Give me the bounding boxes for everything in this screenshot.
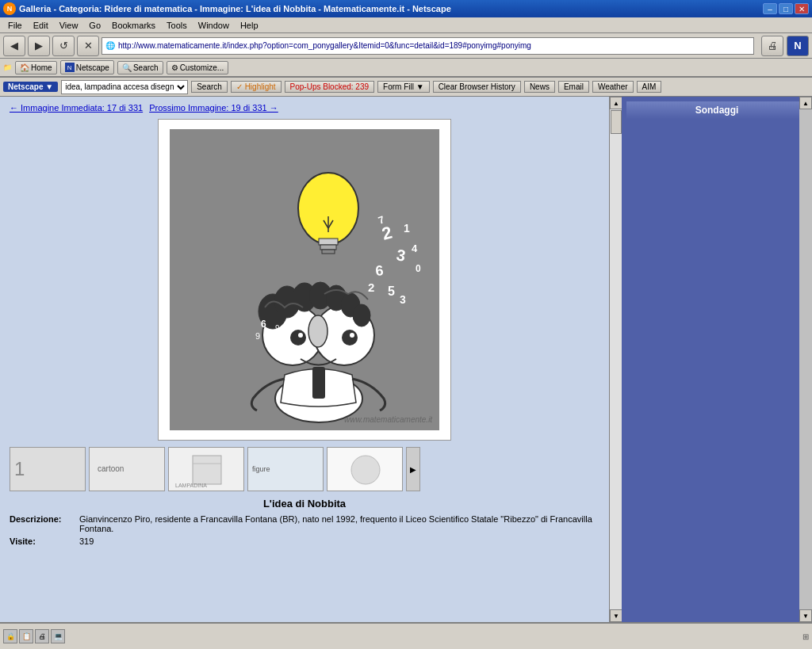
thumbnail-2[interactable]: cartoon <box>89 447 165 491</box>
info-table: Descrizione: Gianvincenzo Piro, resident… <box>10 514 599 546</box>
customize-label: Customize... <box>180 63 224 72</box>
reload-button[interactable]: ↺ <box>52 36 75 56</box>
thumbnail-4[interactable]: figure <box>247 447 324 491</box>
netscape-N-button[interactable]: N <box>787 36 809 56</box>
svg-point-1 <box>298 173 358 244</box>
svg-text:3: 3 <box>400 293 406 306</box>
home-label: Home <box>31 63 52 72</box>
netscape-label: Netscape <box>76 63 109 72</box>
svg-text:6: 6 <box>269 331 274 341</box>
popups-button[interactable]: Pop-Ups Blocked: 239 <box>285 81 375 93</box>
menu-bar: File Edit View Go Bookmarks Tools Window… <box>0 17 812 33</box>
forward-button[interactable]: ▶ <box>28 36 50 56</box>
search-label: Search <box>133 63 159 72</box>
nav-links: ← Immagine Immediata: 17 di 331 Prossimo… <box>10 103 599 113</box>
weather-button[interactable]: Weather <box>592 81 634 93</box>
home-button[interactable]: 🏠 Home <box>15 61 57 74</box>
formfill-button[interactable]: Form Fill ▼ <box>377 81 430 93</box>
stop-button[interactable]: ✕ <box>77 36 99 56</box>
svg-text:5: 5 <box>388 284 395 298</box>
menu-help[interactable]: Help <box>236 19 263 32</box>
image-title: L'idea di Nobbita <box>10 498 599 510</box>
maximize-button[interactable]: □ <box>779 3 793 14</box>
window-title: Galleria - Categoria: Ridere di matemati… <box>19 4 451 13</box>
content-scrollbar[interactable]: ▲ ▼ <box>609 97 622 622</box>
svg-text:0: 0 <box>416 263 421 274</box>
scroll-thumb[interactable] <box>611 110 622 134</box>
search-button[interactable]: 🔍 Search <box>117 61 163 74</box>
svg-point-21 <box>290 330 306 345</box>
svg-text:9: 9 <box>255 331 260 341</box>
content-panel: ← Immagine Immediata: 17 di 331 Prossimo… <box>0 97 622 622</box>
sidebar-scroll-up[interactable]: ▲ <box>799 97 812 109</box>
svg-rect-4 <box>322 250 335 254</box>
svg-point-31 <box>353 304 370 326</box>
prev-image-link[interactable]: ← Immagine Immediata: 17 di 331 <box>10 103 143 113</box>
cartoon-svg: 2 3 6 5 1 4 7 0 2 3 <box>170 129 439 430</box>
scroll-up-button[interactable]: ▲ <box>610 97 622 109</box>
news-button[interactable]: News <box>524 81 555 93</box>
status-icon-1: 🔒 <box>3 629 17 643</box>
customize-button[interactable]: ⚙ Customize... <box>167 61 229 74</box>
thumbnail-row: 1 cartoon LAMPADINA <box>10 447 599 491</box>
netscape-button[interactable]: N Netscape <box>60 60 114 74</box>
svg-text:1: 1 <box>404 222 410 235</box>
highlight-button[interactable]: ✓ Highlight <box>231 81 282 93</box>
status-left: 🔒 📋 🖨 💻 <box>3 629 65 643</box>
menu-bookmarks[interactable]: Bookmarks <box>107 19 160 32</box>
menu-go[interactable]: Go <box>84 19 105 32</box>
nav-toolbar: ◀ ▶ ↺ ✕ 🌐 🖨 N <box>0 33 812 59</box>
svg-text:2: 2 <box>368 281 374 294</box>
thumbnail-3[interactable]: LAMPADINA <box>168 447 244 491</box>
sidebar-scroll-down[interactable]: ▼ <box>799 609 812 622</box>
svg-rect-44 <box>193 456 221 484</box>
status-right: ⊞ <box>802 632 809 641</box>
window-controls[interactable]: – □ ✕ <box>763 3 809 14</box>
status-bar: 🔒 📋 🖨 💻 ⊞ <box>0 622 812 649</box>
image-container: 2 3 6 5 1 4 7 0 2 3 <box>158 119 451 441</box>
back-button[interactable]: ◀ <box>3 36 25 56</box>
main-area: ← Immagine Immediata: 17 di 331 Prossimo… <box>0 97 812 622</box>
menu-tools[interactable]: Tools <box>162 19 192 32</box>
menu-file[interactable]: File <box>3 19 27 32</box>
email-button[interactable]: Email <box>558 81 589 93</box>
svg-text:1: 1 <box>14 458 25 479</box>
menu-window[interactable]: Window <box>193 19 234 32</box>
address-input[interactable] <box>118 41 750 50</box>
visite-label: Visite: <box>10 536 73 546</box>
printer-button[interactable]: 🖨 <box>761 36 783 56</box>
svg-rect-2 <box>319 239 338 245</box>
address-bar[interactable]: 🌐 <box>102 37 754 55</box>
minimize-button[interactable]: – <box>763 3 777 14</box>
aim-button[interactable]: AIM <box>637 81 662 93</box>
svg-point-24 <box>350 333 354 338</box>
title-bar: N Galleria - Categoria: Ridere di matema… <box>0 0 812 17</box>
thumbnail-1[interactable]: 1 <box>10 447 86 491</box>
description-label: Descrizione: <box>10 514 73 533</box>
close-button[interactable]: ✕ <box>795 3 809 14</box>
svg-text:figure: figure <box>252 465 270 473</box>
search-execute-button[interactable]: Search <box>191 81 228 93</box>
netscape-badge[interactable]: Netscape ▼ <box>3 82 58 92</box>
search-dropdown[interactable]: idea, lampadina accesa disegno <box>61 80 188 94</box>
thumbnail-scroll-btn[interactable]: ▶ <box>406 447 420 491</box>
next-image-link[interactable]: Prossimo Immagine: 19 di 331 → <box>149 103 278 113</box>
app-icon: N <box>3 2 16 15</box>
menu-edit[interactable]: Edit <box>29 19 53 32</box>
thumbnail-5[interactable] <box>327 447 403 491</box>
svg-text:LAMPADINA: LAMPADINA <box>175 483 207 488</box>
description-value: Gianvincenzo Piro, residente a Francavil… <box>79 514 599 533</box>
svg-text:6: 6 <box>375 262 385 279</box>
status-resize: ⊞ <box>802 632 809 641</box>
netscape-icon: N <box>65 63 75 72</box>
clear-history-button[interactable]: Clear Browser History <box>433 81 521 93</box>
scroll-down-button[interactable]: ▼ <box>610 609 622 622</box>
menu-view[interactable]: View <box>55 19 83 32</box>
sidebar-scrollbar[interactable]: ▲ ▼ <box>799 97 812 622</box>
svg-text:cartoon: cartoon <box>98 464 124 473</box>
svg-rect-3 <box>320 245 336 250</box>
bottom-area: 🔒 📋 🖨 💻 ⊞ ⊞ start Exceed Posta in arriv.… <box>0 622 812 649</box>
content-inner: ← Immagine Immediata: 17 di 331 Prossimo… <box>0 97 609 622</box>
svg-text:6: 6 <box>261 319 266 330</box>
scroll-track <box>610 109 622 609</box>
